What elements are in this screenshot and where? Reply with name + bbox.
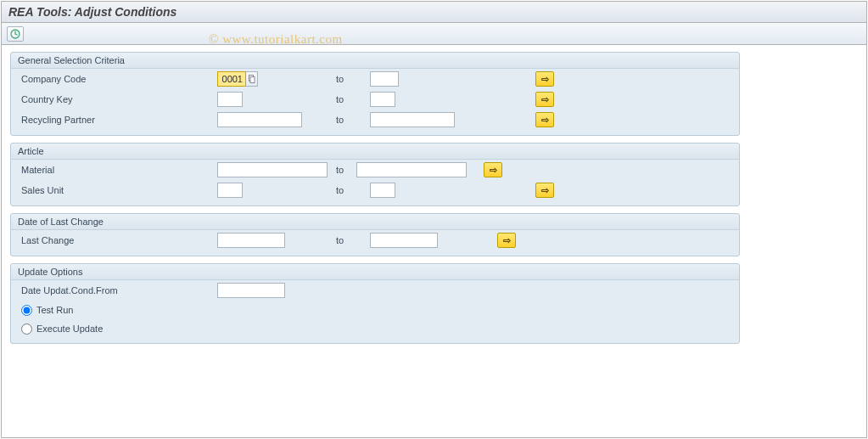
to-label: to [336,235,370,245]
group-general-title: General Selection Criteria [11,53,739,69]
toolbar [2,23,866,45]
label-sales-unit: Sales Unit [18,185,217,195]
multiselect-button[interactable]: ⇨ [535,112,554,127]
row-country-key: Country Key to ⇨ [11,89,739,110]
radio-execute-update-input[interactable] [21,324,32,335]
multiselect-button[interactable]: ⇨ [535,183,554,198]
label-last-change: Last Change [18,235,217,245]
company-code-to-input[interactable] [370,71,399,87]
group-general: General Selection Criteria Company Code … [10,52,740,136]
country-key-from-input[interactable] [217,92,243,107]
radio-execute-update-label: Execute Update [36,324,103,334]
radio-test-run-input[interactable] [21,305,32,316]
svg-rect-2 [250,77,255,83]
label-recycling-partner: Recycling Partner [18,115,217,125]
radio-test-run[interactable]: Test Run [11,301,739,319]
row-date-from: Date Updat.Cond.From [11,280,739,301]
execute-icon[interactable] [7,26,24,42]
to-label: to [336,74,370,84]
material-to-input[interactable] [356,162,467,177]
sales-unit-from-input[interactable] [217,183,243,198]
recycling-partner-to-input[interactable] [370,112,455,127]
last-change-from-input[interactable] [217,233,285,248]
to-label: to [336,185,370,195]
multiselect-button[interactable]: ⇨ [484,162,502,177]
to-label: to [336,115,370,125]
label-material: Material [18,165,217,175]
recycling-partner-from-input[interactable] [217,112,302,127]
page-title: REA Tools: Adjust Conditions [2,2,866,23]
group-update-options: Update Options Date Updat.Cond.From Test… [10,263,740,344]
group-update-options-title: Update Options [11,264,739,280]
company-code-from-input[interactable] [217,71,246,87]
sales-unit-to-input[interactable] [370,183,395,198]
radio-test-run-label: Test Run [36,305,73,315]
label-date-from: Date Updat.Cond.From [18,285,217,295]
last-change-to-input[interactable] [370,233,438,248]
multiselect-button[interactable]: ⇨ [535,71,554,87]
country-key-to-input[interactable] [370,92,395,107]
material-from-input[interactable] [217,162,328,177]
group-article-title: Article [11,144,739,160]
label-company-code: Company Code [18,74,217,84]
row-sales-unit: Sales Unit to ⇨ [11,180,739,200]
group-last-change: Date of Last Change Last Change to ⇨ [10,213,740,256]
f4-help-icon[interactable] [246,71,258,87]
row-company-code: Company Code to ⇨ [11,69,739,89]
group-article: Article Material to ⇨ Sales Unit to ⇨ [10,143,740,206]
row-recycling-partner: Recycling Partner to ⇨ [11,110,739,130]
multiselect-button[interactable]: ⇨ [497,233,516,248]
row-last-change: Last Change to ⇨ [11,230,739,250]
radio-execute-update[interactable]: Execute Update [11,319,739,338]
multiselect-button[interactable]: ⇨ [535,92,554,107]
to-label: to [336,94,370,104]
label-country-key: Country Key [18,94,217,104]
row-material: Material to ⇨ [11,160,739,180]
group-last-change-title: Date of Last Change [11,214,739,230]
content: General Selection Criteria Company Code … [2,45,866,357]
date-from-input[interactable] [217,283,285,298]
to-label: to [336,165,356,175]
